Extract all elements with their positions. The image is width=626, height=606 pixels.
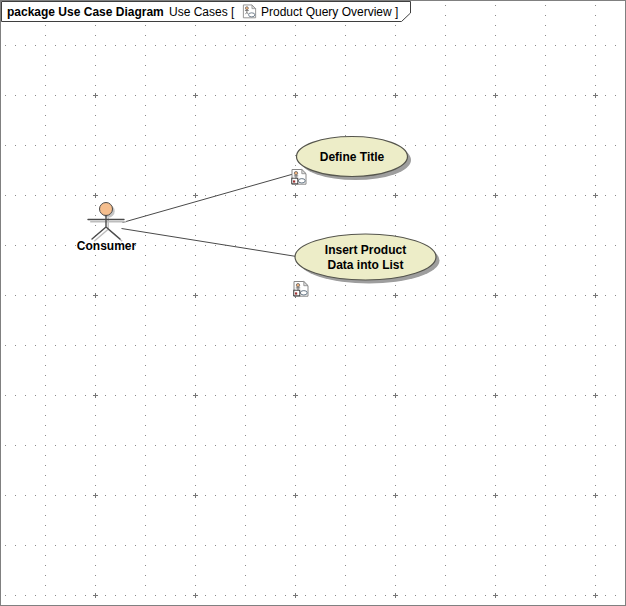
icon-mini-ellipse: [298, 179, 305, 183]
icon-mini-actor-head: [294, 172, 297, 175]
icon-mini-ellipse: [300, 291, 307, 295]
icon-badge-dot: [295, 292, 297, 294]
use-case-diagram-icon: [243, 5, 255, 18]
icon-mini-actor-head: [245, 7, 248, 10]
usecase-insert-product-label-line1: Insert Product: [325, 243, 406, 257]
owned-diagram-icon[interactable]: [292, 170, 306, 185]
usecase-insert-product-label-line2: Data into List: [327, 258, 403, 272]
frame-header-title: package Use Case Diagram: [7, 5, 164, 19]
frame-header-tab[interactable]: package Use Case Diagram Use Cases [ Pro…: [2, 2, 411, 22]
icon-mini-actor-head: [296, 284, 299, 287]
owned-diagram-icon[interactable]: [294, 282, 308, 297]
frame-header-context: Use Cases [: [169, 5, 235, 19]
actor-head: [100, 203, 113, 216]
actor-consumer-label: Consumer: [77, 239, 137, 253]
icon-mini-ellipse: [249, 13, 255, 17]
usecase-define-title-label: Define Title: [320, 150, 385, 164]
canvas-background[interactable]: [0, 0, 626, 606]
icon-badge-dot: [293, 180, 295, 182]
use-case-diagram-canvas: package Use Case Diagram Use Cases [ Pro…: [0, 0, 626, 606]
frame-header-diagram-name: Product Query Overview ]: [261, 5, 398, 19]
